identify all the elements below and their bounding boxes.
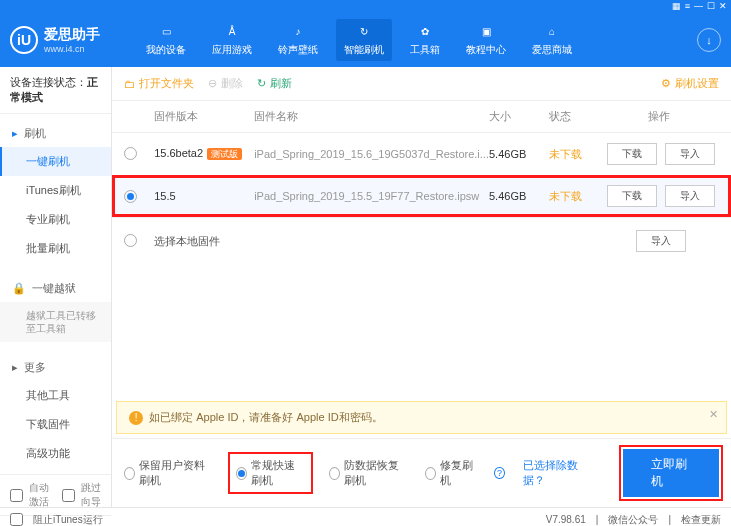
wechat-link[interactable]: 微信公众号 <box>608 513 658 527</box>
skip-guide-checkbox[interactable] <box>62 489 75 502</box>
sidebar-item-dlfw[interactable]: 下载固件 <box>0 410 111 439</box>
sidebar-item-advanced[interactable]: 高级功能 <box>0 439 111 468</box>
win-close-icon[interactable]: ✕ <box>719 1 727 11</box>
nav-tutorials[interactable]: ▣教程中心 <box>458 19 514 61</box>
row-radio[interactable] <box>124 190 137 203</box>
folder-icon: 🗀 <box>124 78 135 90</box>
win-max-icon[interactable]: ☐ <box>707 1 715 11</box>
nav: ▭我的设备 Å应用游戏 ♪铃声壁纸 ↻智能刷机 ✿工具箱 ▣教程中心 ⌂爱思商城 <box>138 19 679 61</box>
win-min-icon[interactable]: — <box>694 1 703 11</box>
nav-store[interactable]: ⌂爱思商城 <box>524 19 580 61</box>
app-url: www.i4.cn <box>44 44 100 54</box>
gear-icon: ⚙ <box>661 77 671 90</box>
check-update-link[interactable]: 检查更新 <box>681 513 721 527</box>
data-wipe-link[interactable]: 已选择除数据？ <box>523 458 587 488</box>
sidebar-head-more[interactable]: ▸更多 <box>0 354 111 381</box>
win-grid-icon[interactable]: ▦ <box>672 1 681 11</box>
sidebar: 设备连接状态：正常模式 ▸刷机 一键刷机 iTunes刷机 专业刷机 批量刷机 … <box>0 67 112 507</box>
nav-my-device[interactable]: ▭我的设备 <box>138 19 194 61</box>
version-label: V7.98.61 <box>546 514 586 525</box>
refresh-icon: ↻ <box>257 77 266 90</box>
nav-ringtones[interactable]: ♪铃声壁纸 <box>270 19 326 61</box>
main: 🗀打开文件夹 ⊖删除 ↻刷新 ⚙刷机设置 固件版本 固件名称 大小 状态 操作 … <box>112 67 731 507</box>
toolbox-icon: ✿ <box>416 23 434 41</box>
block-itunes-label: 阻止iTunes运行 <box>33 513 103 527</box>
refresh-button[interactable]: ↻刷新 <box>257 76 292 91</box>
nav-apps[interactable]: Å应用游戏 <box>204 19 260 61</box>
beta-tag: 测试版 <box>207 148 242 160</box>
logo-icon: iU <box>10 26 38 54</box>
store-icon: ⌂ <box>543 23 561 41</box>
local-firmware-row[interactable]: 选择本地固件 导入 <box>112 217 731 264</box>
row-radio[interactable] <box>124 147 137 160</box>
sidebar-item-oneclick[interactable]: 一键刷机 <box>0 147 111 176</box>
apps-icon: Å <box>223 23 241 41</box>
ringtone-icon: ♪ <box>289 23 307 41</box>
app-title: 爱思助手 <box>44 26 100 44</box>
sidebar-item-batch[interactable]: 批量刷机 <box>0 234 111 263</box>
toolbar: 🗀打开文件夹 ⊖删除 ↻刷新 ⚙刷机设置 <box>112 67 731 101</box>
win-menu-icon[interactable]: ≡ <box>685 1 690 11</box>
opt-repair[interactable]: 修复刷机 <box>425 458 476 488</box>
connection-status: 设备连接状态：正常模式 <box>0 67 111 114</box>
download-button[interactable]: 下载 <box>607 185 657 207</box>
flash-now-button[interactable]: 立即刷机 <box>623 449 719 497</box>
open-folder-button[interactable]: 🗀打开文件夹 <box>124 76 194 91</box>
flash-icon: ↻ <box>355 23 373 41</box>
header: iU 爱思助手 www.i4.cn ▭我的设备 Å应用游戏 ♪铃声壁纸 ↻智能刷… <box>0 12 731 67</box>
skip-guide-label: 跳过向导 <box>81 481 102 509</box>
auto-activate-checkbox[interactable] <box>10 489 23 502</box>
row-radio[interactable] <box>124 234 137 247</box>
warning-icon: ! <box>129 411 143 425</box>
opt-anti-recovery[interactable]: 防数据恢复刷机 <box>329 458 407 488</box>
nav-toolbox[interactable]: ✿工具箱 <box>402 19 448 61</box>
auto-activate-label: 自动激活 <box>29 481 50 509</box>
nav-flash[interactable]: ↻智能刷机 <box>336 19 392 61</box>
opt-keep-data[interactable]: 保留用户资料刷机 <box>124 458 212 488</box>
import-button[interactable]: 导入 <box>665 185 715 207</box>
sidebar-item-pro[interactable]: 专业刷机 <box>0 205 111 234</box>
download-indicator-icon[interactable]: ↓ <box>697 28 721 52</box>
firmware-row-selected[interactable]: 15.5 iPad_Spring_2019_15.5_19F77_Restore… <box>112 175 731 217</box>
close-icon[interactable]: ✕ <box>709 408 718 421</box>
sidebar-head-flash[interactable]: ▸刷机 <box>0 120 111 147</box>
sidebar-item-itunes[interactable]: iTunes刷机 <box>0 176 111 205</box>
flash-options: 保留用户资料刷机 常规快速刷机 防数据恢复刷机 修复刷机 ? 已选择除数据？ 立… <box>112 438 731 507</box>
flash-settings-button[interactable]: ⚙刷机设置 <box>661 76 719 91</box>
import-button[interactable]: 导入 <box>665 143 715 165</box>
appleid-warning: ! 如已绑定 Apple ID，请准备好 Apple ID和密码。 ✕ <box>116 401 727 434</box>
sidebar-item-other[interactable]: 其他工具 <box>0 381 111 410</box>
table-header: 固件版本 固件名称 大小 状态 操作 <box>112 101 731 133</box>
download-button[interactable]: 下载 <box>607 143 657 165</box>
titlebar: ▦ ≡ — ☐ ✕ <box>0 0 731 12</box>
delete-icon: ⊖ <box>208 77 217 90</box>
delete-button: ⊖删除 <box>208 76 243 91</box>
tutorial-icon: ▣ <box>477 23 495 41</box>
logo: iU 爱思助手 www.i4.cn <box>10 26 100 54</box>
sidebar-head-jailbreak[interactable]: 🔒一键越狱 <box>0 275 111 302</box>
opt-normal-fast[interactable]: 常规快速刷机 <box>230 454 311 492</box>
firmware-row[interactable]: 15.6beta2测试版 iPad_Spring_2019_15.6_19G50… <box>112 133 731 175</box>
import-local-button[interactable]: 导入 <box>636 230 686 252</box>
jailbreak-note: 越狱工具已转移至工具箱 <box>0 302 111 342</box>
block-itunes-checkbox[interactable] <box>10 513 23 526</box>
help-icon[interactable]: ? <box>494 467 504 479</box>
device-icon: ▭ <box>157 23 175 41</box>
